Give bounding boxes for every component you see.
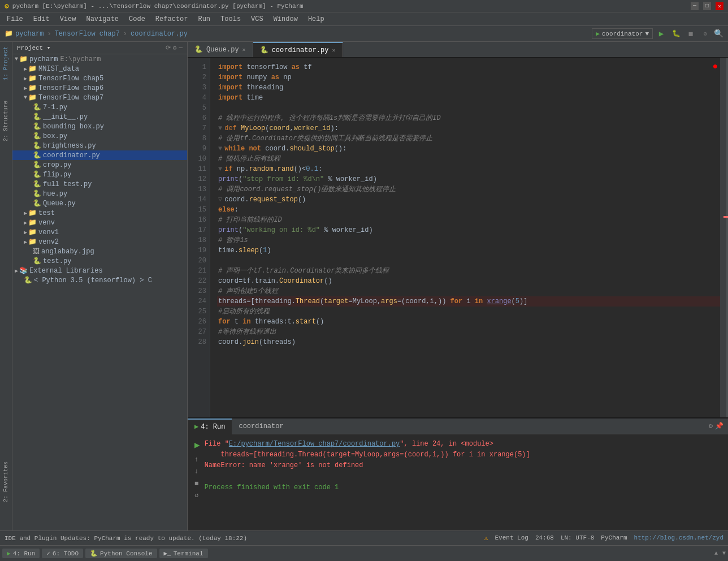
menu-run[interactable]: Run [193,14,215,24]
tree-chap7[interactable]: ▼ 📁 TensorFlow chap7 [12,93,187,102]
breadcrumb-file[interactable]: coordinator.py [131,30,188,38]
menu-help[interactable]: Help [304,14,329,24]
tree-queue[interactable]: 🐍 Queue.py [12,198,187,208]
scrollbar[interactable] [720,58,728,417]
menu-navigate[interactable]: Navigate [81,14,123,24]
tree-venv1[interactable]: ▶ 📁 venv1 [12,227,187,237]
tree-anglababy[interactable]: 🖼 anglababy.jpg [12,247,187,256]
code-line-14: ▽coord.request_stop() [217,195,720,205]
run-controls: ▶ coordinator ▼ ▶ 🐛 ◼ ⚙ 🔍 [592,28,723,40]
img-icon: 🖼 [33,247,40,256]
tree-fulltest[interactable]: 🐍 full test.py [12,179,187,189]
project-panel: Project ▾ ⟳ ⚙ — ▼ 📁 pycharm E:\pycharm ▶… [12,42,188,530]
tree-testpy[interactable]: 🐍 test.py [12,256,187,266]
todo-taskbar-btn[interactable]: ✓ 6: TODO [42,549,83,558]
tree-root[interactable]: ▼ 📁 pycharm E:\pycharm [12,54,187,64]
sync-icon[interactable]: ⟳ [166,44,171,51]
venv-folder-icon: 📁 [28,218,37,227]
py-icon8: 🐍 [33,170,41,179]
run-tab[interactable]: ▶ 4: Run [188,418,232,434]
maximize-button[interactable]: □ [703,2,711,10]
minimize-button[interactable]: ─ [691,2,699,10]
search-button[interactable]: 🔍 [714,29,723,38]
terminal-label: Terminal [174,550,203,557]
menu-view[interactable]: View [55,14,81,24]
breadcrumb-pycharm[interactable]: pycharm [15,30,44,38]
close-button[interactable]: ✕ [716,2,723,10]
app-icon: ⚙ [5,2,9,11]
event-log-label[interactable]: Event Log [495,534,528,542]
tree-brightness[interactable]: 🐍 brightness.py [12,141,187,150]
code-line-1: import tensorflow as tf [217,62,720,72]
tree-box[interactable]: 🐍 box.py [12,131,187,141]
tab-queue-close[interactable]: ✕ [242,46,246,53]
menu-window[interactable]: Window [269,14,302,24]
tab-queue[interactable]: 🐍 Queue.py ✕ [188,42,253,57]
tab-coordinator[interactable]: 🐍 coordinator.py ✕ [253,42,343,57]
code-line-13: # 调用coord.request_stop()函数来通知其他线程停止 [217,184,720,195]
run-button[interactable]: ▶ [655,28,668,40]
project-tab-icon[interactable]: 1: Project [1,44,11,83]
menu-code[interactable]: Code [124,14,150,24]
project-tree: ▼ 📁 pycharm E:\pycharm ▶ 📁 MNIST_data ▶ … [12,54,187,530]
tree-coordinator[interactable]: 🐍 coordinator.py [12,150,187,160]
settings-icon2[interactable]: ⚙ [709,422,713,430]
debug-button[interactable]: 🐛 [670,28,682,40]
more-button[interactable]: ⚙ [699,28,712,40]
tree-chap6[interactable]: ▶ 📁 TensorFlow chap6 [12,83,187,93]
collapse-icon[interactable]: — [179,44,183,51]
bottom-url[interactable]: http://blog.csdn.net/zyd [634,534,723,542]
todo-icon: ✓ [46,550,50,557]
run-config-dropdown[interactable]: ▶ coordinator ▼ [592,28,653,39]
expand-up-btn[interactable]: ▲ [714,550,718,556]
run-scroll-up[interactable]: ↑ [194,455,200,465]
run-restart-btn[interactable]: ↺ [194,490,200,501]
tree-python35[interactable]: 🐍 < Python 3.5 (tensorflow) > C [12,275,187,285]
expand-down-btn[interactable]: ▼ [722,550,726,556]
tree-init[interactable]: 🐍 __init__.py [12,112,187,122]
menu-tools[interactable]: Tools [216,14,245,24]
console-taskbar-btn[interactable]: 🐍 Python Console [85,549,157,558]
stop-button[interactable]: ◼ [684,28,697,40]
tree-71[interactable]: 🐍 7-1.py [12,102,187,112]
tree-external[interactable]: ▶ 📚 External Libraries [12,266,187,275]
run-taskbar-btn[interactable]: ▶ 4: Run [2,549,40,558]
bottom-toolbar: ⚙ 📌 [709,422,728,430]
project-title: Project ▾ [17,44,50,51]
menu-refactor[interactable]: Refactor [151,14,193,24]
tree-chap5[interactable]: ▶ 📁 TensorFlow chap5 [12,74,187,83]
tree-flip[interactable]: 🐍 flip.py [12,170,187,179]
code-content[interactable]: ● import tensorflow as tf import numpy a… [210,58,720,417]
code-line-20 [217,256,720,266]
code-line-17: print("working on id: %d" % worker_id) [217,225,720,235]
tree-venv2[interactable]: ▶ 📁 venv2 [12,237,187,247]
ext-folder-icon: 📚 [19,266,28,275]
run-scroll-down[interactable]: ↓ [194,467,200,477]
run-stop-btn[interactable]: ◼ [194,478,200,489]
output-line-3: NameError: name 'xrange' is not defined [205,460,721,471]
run-config-tab[interactable]: coordinator [232,418,290,434]
tab-coordinator-close[interactable]: ✕ [332,47,335,54]
structure-tab-icon[interactable]: 2: Structure [1,98,11,144]
menu-vcs[interactable]: VCS [246,14,268,24]
editor-tabs: 🐍 Queue.py ✕ 🐍 coordinator.py ✕ [188,42,728,58]
terminal-taskbar-btn[interactable]: ▶_ Terminal [159,549,208,558]
code-line-5 [217,103,720,113]
file-link[interactable]: E:/pycharm/TensorFlow chap7/coordinator.… [229,440,400,448]
tree-venv[interactable]: ▶ 📁 venv [12,218,187,227]
run-play-btn[interactable]: ▶ [194,439,200,454]
tree-bbox[interactable]: 🐍 bounding box.py [12,122,187,131]
menu-edit[interactable]: Edit [29,14,54,24]
tree-crop[interactable]: 🐍 crop.py [12,160,187,170]
favorites-tab-icon[interactable]: 2: Favorites [1,459,11,504]
code-line-26: for t in threads:t.start() [217,317,720,327]
tree-test[interactable]: ▶ 📁 test [12,208,187,218]
pin-icon[interactable]: 📌 [715,422,723,430]
breadcrumb-folder[interactable]: TensorFlow chap7 [55,30,120,38]
py-icon6: 🐍 [33,151,41,159]
app-name: PyCharm [601,534,627,542]
settings-icon[interactable]: ⚙ [173,44,177,51]
tree-mnist[interactable]: ▶ 📁 MNIST_data [12,64,187,74]
tree-hue[interactable]: 🐍 hue.py [12,189,187,198]
menu-file[interactable]: File [2,14,28,24]
